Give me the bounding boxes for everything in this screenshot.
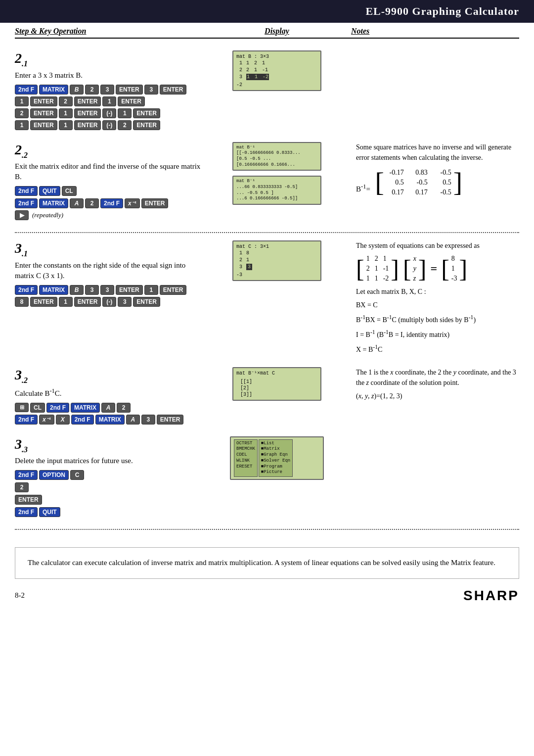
key-2ndf-5[interactable]: 2nd F <box>15 285 38 295</box>
key-enter-17[interactable]: ENTER <box>133 297 160 307</box>
column-headers: Step & Key Operation Display Notes <box>15 23 519 39</box>
key-b-1[interactable]: B <box>70 85 84 94</box>
key-2ndf-6[interactable]: 2nd F <box>46 403 69 413</box>
key-enter-14[interactable]: ENTER <box>160 285 187 295</box>
key-3-5[interactable]: 3 <box>118 297 132 307</box>
step-3-3-keys-row2: 2 <box>15 482 203 492</box>
summary-text: The calculator can execute calculation o… <box>28 559 495 567</box>
key-3-3[interactable]: 3 <box>85 285 99 295</box>
step-2-2-notes: Some square matrices have no inverse and… <box>351 142 519 196</box>
key-1-4[interactable]: 1 <box>118 108 132 118</box>
step-3-2-num: 3.2 <box>15 367 203 385</box>
key-enter-19[interactable]: ENTER <box>15 495 42 505</box>
key-enter-13[interactable]: ENTER <box>116 285 143 295</box>
key-matrix-2[interactable]: MATRIX <box>39 198 68 208</box>
step-3-3-keys-row4: 2nd F QUIT <box>15 507 203 517</box>
matrix-xyz: [ x y z ] <box>403 255 427 283</box>
key-2ndf-8[interactable]: 2nd F <box>71 415 94 425</box>
key-1-3[interactable]: 1 <box>59 108 73 118</box>
matrix-coeff: [ 121 21-1 11-2 ] <box>356 255 399 283</box>
key-2ndf-10[interactable]: 2nd F <box>15 507 38 517</box>
key-2ndf-4[interactable]: 2nd F <box>100 198 123 208</box>
key-1-7[interactable]: 1 <box>144 285 158 295</box>
key-enter-4[interactable]: ENTER <box>74 96 101 106</box>
key-2-5[interactable]: 2 <box>85 198 99 208</box>
key-enter-12[interactable]: ENTER <box>141 198 169 208</box>
key-2-2[interactable]: 2 <box>59 96 73 106</box>
key-enter-1[interactable]: ENTER <box>116 85 143 94</box>
key-neg-1[interactable]: (-) <box>102 108 116 118</box>
step-2-2-col: 2.2 Exit the matrix editor and find the … <box>15 142 203 223</box>
page-number: 8-2 <box>15 591 25 600</box>
step-3-1-keys-row2: 8 ENTER 1 ENTER (-) 3 ENTER <box>15 297 203 307</box>
page-footer: 8-2 SHARP <box>0 584 534 608</box>
key-arrow-1[interactable]: ▶ <box>15 210 29 220</box>
key-matrix-1[interactable]: MATRIX <box>39 85 68 94</box>
step-3-3-display: OCTRST BMEMCHK CDEL WLINK ERESET ■List ■… <box>203 436 351 483</box>
lcd-2-2b: mat B⁻¹ ...66 0.833333333 -0.5] ... -0.5… <box>232 176 321 205</box>
key-enter-16[interactable]: ENTER <box>74 297 101 307</box>
key-2-1[interactable]: 2 <box>85 85 99 94</box>
key-2ndf-2[interactable]: 2nd F <box>15 186 38 196</box>
step-2-1-display: mat B : 3×3 123 121 21-1 11-2 <box>203 50 351 94</box>
key-enter-15[interactable]: ENTER <box>30 297 57 307</box>
key-matrix-4[interactable]: MATRIX <box>71 403 100 413</box>
step-2-2: 2.2 Exit the matrix editor and find the … <box>15 142 519 223</box>
key-a-2[interactable]: A <box>101 403 115 413</box>
key-enter-11[interactable]: ENTER <box>133 120 160 130</box>
key-1-2[interactable]: 1 <box>102 96 116 106</box>
key-grid-1[interactable]: ⊞ <box>15 403 29 412</box>
key-enter-5[interactable]: ENTER <box>118 96 145 106</box>
key-1-5[interactable]: 1 <box>15 120 29 130</box>
key-b-2[interactable]: B <box>70 285 84 295</box>
key-2-7[interactable]: 2 <box>15 482 29 492</box>
sharp-logo: SHARP <box>463 588 519 604</box>
step-3-1-col: 3.1 Enter the constants on the right sid… <box>15 240 203 309</box>
key-cl-2[interactable]: CL <box>30 403 45 413</box>
key-a-1[interactable]: A <box>70 198 84 208</box>
key-2ndf-9[interactable]: 2nd F <box>15 470 38 480</box>
key-x-1[interactable]: X <box>56 415 70 425</box>
key-3-6[interactable]: 3 <box>141 415 155 425</box>
key-2-4[interactable]: 2 <box>118 120 132 130</box>
key-enter-10[interactable]: ENTER <box>74 120 101 130</box>
key-2-3[interactable]: 2 <box>15 108 29 118</box>
key-1-1[interactable]: 1 <box>15 96 29 106</box>
key-xinv-1[interactable]: x⁻¹ <box>125 198 140 208</box>
key-1-8[interactable]: 1 <box>59 297 73 307</box>
key-3-1[interactable]: 3 <box>100 85 114 94</box>
key-enter-7[interactable]: ENTER <box>74 108 101 118</box>
key-enter-3[interactable]: ENTER <box>30 96 57 106</box>
key-3-2[interactable]: 3 <box>144 85 158 94</box>
lcd-2-2a: mat B⁻¹ [[-0.166666666 0.8333... [0.5 -0… <box>232 142 321 171</box>
key-option-1[interactable]: OPTION <box>39 470 69 480</box>
key-2ndf-3[interactable]: 2nd F <box>15 198 38 208</box>
binv-matrix: [ -0.17 0.83 -0.5 0.5 -0.5 0.5 <box>375 169 462 196</box>
key-neg-2[interactable]: (-) <box>102 120 116 130</box>
key-quit-1[interactable]: QUIT <box>39 186 60 196</box>
step-2-2-keys-row1: 2nd F QUIT CL <box>15 186 203 196</box>
key-neg-3[interactable]: (-) <box>102 297 116 307</box>
key-matrix-5[interactable]: MATRIX <box>95 415 125 425</box>
key-enter-9[interactable]: ENTER <box>30 120 57 130</box>
note-3-1-p6: X = B-1C <box>356 343 519 355</box>
key-enter-2[interactable]: ENTER <box>160 85 187 94</box>
key-enter-6[interactable]: ENTER <box>30 108 57 118</box>
key-matrix-3[interactable]: MATRIX <box>39 285 68 295</box>
key-enter-8[interactable]: ENTER <box>133 108 160 118</box>
key-c-1[interactable]: C <box>70 470 84 480</box>
key-xinv-2[interactable]: x⁻¹ <box>39 415 54 425</box>
key-8-1[interactable]: 8 <box>15 297 29 307</box>
step-2-1-num: 2.1 <box>15 50 203 68</box>
key-2ndf-7[interactable]: 2nd F <box>15 415 38 425</box>
key-enter-18[interactable]: ENTER <box>157 415 184 425</box>
key-2ndf-1[interactable]: 2nd F <box>15 85 38 94</box>
separator-1 <box>15 232 519 233</box>
key-quit-2[interactable]: QUIT <box>39 507 60 517</box>
binv-matrix-display: B-1= [ -0.17 0.83 -0.5 0.5 -0.5 0.5 <box>356 169 519 196</box>
key-a-3[interactable]: A <box>126 415 140 425</box>
key-3-4[interactable]: 3 <box>100 285 114 295</box>
key-2-6[interactable]: 2 <box>117 403 131 413</box>
key-cl-1[interactable]: CL <box>62 186 77 196</box>
key-1-6[interactable]: 1 <box>59 120 73 130</box>
